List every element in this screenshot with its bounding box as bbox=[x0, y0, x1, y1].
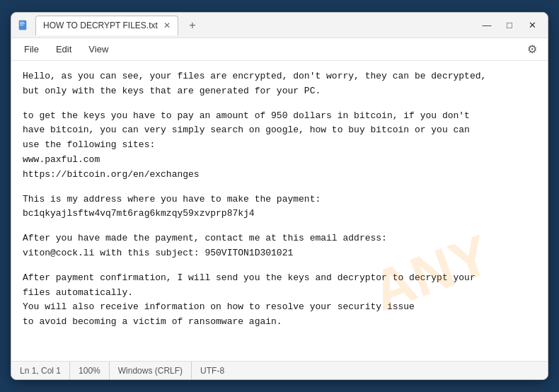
new-tab-button[interactable]: + bbox=[184, 17, 201, 34]
tab-close-button[interactable]: ✕ bbox=[163, 21, 171, 30]
file-icon bbox=[17, 19, 30, 32]
paragraph-2: to get the keys you have to pay an amoun… bbox=[23, 109, 536, 183]
settings-icon[interactable]: ⚙ bbox=[522, 40, 542, 59]
menu-view[interactable]: View bbox=[81, 41, 115, 57]
text-content-area[interactable]: Hello, as you can see, your files are en… bbox=[11, 61, 548, 361]
cursor-position: Ln 1, Col 1 bbox=[20, 362, 70, 379]
title-bar: HOW TO DECRYPT FILES.txt ✕ + — □ ✕ bbox=[11, 13, 548, 38]
svg-rect-2 bbox=[20, 23, 25, 24]
paragraph-5: After payment confirmation, I will send … bbox=[23, 271, 536, 330]
maximize-button[interactable]: □ bbox=[500, 16, 519, 35]
notepad-window: HOW TO DECRYPT FILES.txt ✕ + — □ ✕ File … bbox=[11, 12, 548, 380]
minimize-button[interactable]: — bbox=[477, 16, 497, 35]
svg-rect-1 bbox=[20, 22, 24, 23]
paragraph-3: This is my address where you have to mak… bbox=[23, 192, 536, 222]
window-controls: — □ ✕ bbox=[477, 16, 542, 35]
menu-bar: File Edit View ⚙ bbox=[11, 38, 548, 61]
status-bar: Ln 1, Col 1 100% Windows (CRLF) UTF-8 bbox=[11, 361, 548, 379]
line-ending: Windows (CRLF) bbox=[110, 362, 192, 379]
encoding: UTF-8 bbox=[192, 362, 233, 379]
tab-title: HOW TO DECRYPT FILES.txt bbox=[43, 21, 158, 30]
menu-file[interactable]: File bbox=[17, 41, 46, 57]
svg-rect-3 bbox=[20, 25, 23, 25]
zoom-level: 100% bbox=[70, 362, 110, 379]
menu-edit[interactable]: Edit bbox=[49, 41, 79, 57]
active-tab[interactable]: HOW TO DECRYPT FILES.txt ✕ bbox=[35, 16, 178, 35]
paragraph-1: Hello, as you can see, your files are en… bbox=[23, 69, 536, 99]
menu-bar-right: ⚙ bbox=[522, 40, 542, 59]
paragraph-4: After you have made the payment, contact… bbox=[23, 231, 536, 261]
title-bar-left: HOW TO DECRYPT FILES.txt ✕ + bbox=[17, 16, 477, 35]
close-button[interactable]: ✕ bbox=[522, 16, 542, 35]
